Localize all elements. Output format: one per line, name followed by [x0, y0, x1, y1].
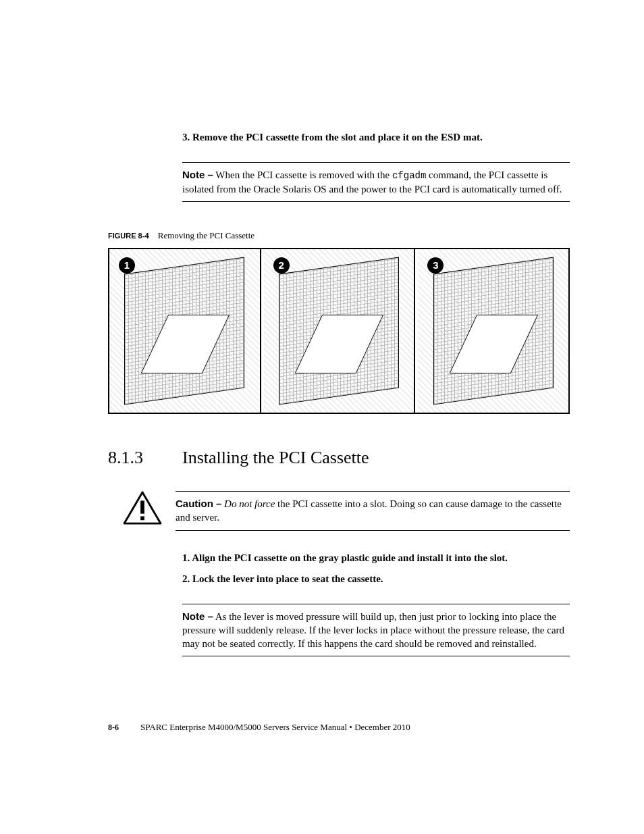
figure-title: Removing the PCI Cassette: [158, 230, 254, 240]
page-footer: 8-6 SPARC Enterprise M4000/M5000 Servers…: [108, 722, 570, 733]
section-body: Caution – Do not force the PCI cassette …: [182, 491, 570, 656]
note-1: Note – When the PCI cassette is removed …: [182, 162, 570, 202]
warning-icon: [123, 491, 162, 531]
section-heading: 8.1.3 Installing the PCI Cassette: [108, 448, 570, 468]
page: 3. Remove the PCI cassette from the slot…: [0, 0, 644, 834]
step-3-text: Remove the PCI cassette from the slot an…: [192, 132, 483, 142]
note-2: Note – As the lever is moved pressure wi…: [182, 604, 570, 657]
content-block: 3. Remove the PCI cassette from the slot…: [182, 132, 570, 202]
caution-box: Caution – Do not force the PCI cassette …: [176, 491, 570, 531]
caution-label: Caution –: [176, 498, 221, 509]
callout-2: 2: [273, 257, 290, 273]
caution-row: Caution – Do not force the PCI cassette …: [182, 491, 570, 531]
install-steps: 1. Align the PCI cassette on the gray pl…: [182, 551, 570, 586]
install-step-2: 2. Lock the lever into place to seat the…: [182, 572, 570, 586]
note-2-label: Note –: [182, 610, 213, 622]
figure-panel-3: 3: [418, 249, 568, 413]
install-step-2-number: 2.: [182, 573, 190, 584]
install-step-1-text: Align the PCI cassette on the gray plast…: [192, 552, 508, 563]
figure-panel-1: 1: [109, 249, 261, 413]
footer-text: SPARC Enterprise M4000/M5000 Servers Ser…: [140, 722, 410, 733]
note-2-text: As the lever is moved pressure will buil…: [182, 611, 564, 650]
caution-emphasis: Do not force: [224, 498, 275, 509]
figure-label: FIGURE 8-4: [108, 232, 149, 240]
step-3: 3. Remove the PCI cassette from the slot…: [182, 132, 570, 143]
figure-panel-2: 2: [264, 249, 416, 413]
install-step-2-text: Lock the lever into place to seat the ca…: [192, 573, 383, 584]
callout-1: 1: [119, 257, 135, 273]
install-step-1-number: 1.: [182, 552, 190, 563]
install-step-1: 1. Align the PCI cassette on the gray pl…: [182, 551, 570, 565]
callout-3: 3: [427, 257, 444, 273]
svg-rect-1: [140, 501, 144, 514]
figure-caption: FIGURE 8-4 Removing the PCI Cassette: [108, 230, 570, 241]
heading-title: Installing the PCI Cassette: [182, 448, 369, 468]
figure-8-4: 1 2 3: [108, 248, 570, 414]
note-1-pre: When the PCI cassette is removed with th…: [213, 170, 392, 180]
note-1-command: cfgadm: [392, 170, 426, 181]
page-number: 8-6: [108, 723, 119, 733]
note-1-label: Note –: [182, 169, 213, 180]
svg-rect-2: [140, 517, 144, 521]
heading-number: 8.1.3: [108, 448, 182, 468]
step-3-number: 3.: [182, 132, 190, 142]
